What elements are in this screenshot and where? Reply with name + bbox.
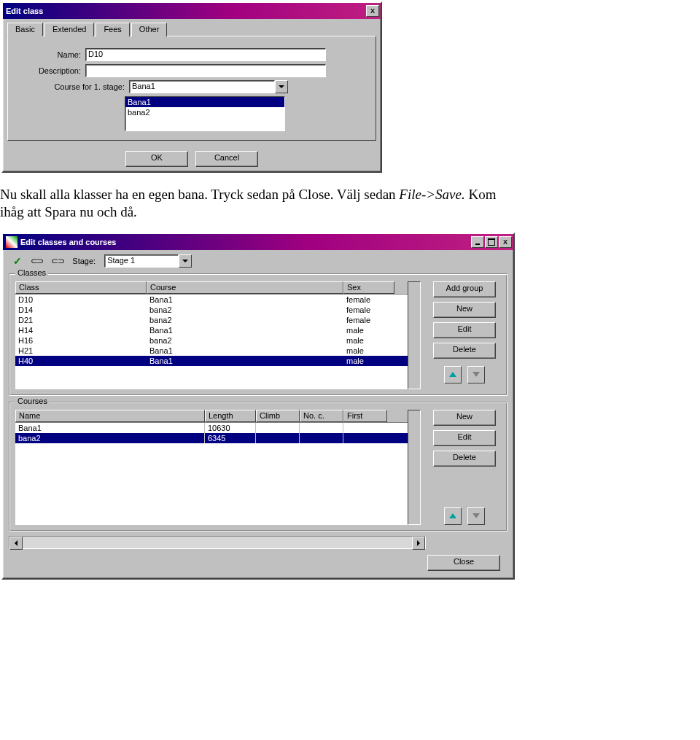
course-combo[interactable]: Bana1 xyxy=(129,80,275,93)
ok-button[interactable]: OK xyxy=(125,151,188,167)
course-listbox[interactable]: Bana1 bana2 xyxy=(125,96,285,131)
stage-combo[interactable]: Stage 1 xyxy=(104,254,179,268)
delete-course-button[interactable]: Delete xyxy=(433,451,496,467)
delete-class-button[interactable]: Delete xyxy=(433,343,496,359)
edit-classes-courses-window: Edit classes and courses X ✓ ⊂⊃ ⊂ ⊃ Stag… xyxy=(1,233,515,580)
window-title: Edit classes and courses xyxy=(20,238,116,246)
name-input[interactable]: D10 xyxy=(85,48,326,61)
app-icon xyxy=(6,236,18,248)
table-row[interactable]: D10Bana1female xyxy=(15,295,408,305)
window-title: Edit class xyxy=(6,7,43,15)
table-row[interactable]: H16bana2male xyxy=(15,335,408,346)
description-input[interactable] xyxy=(85,64,326,77)
classes-header: Class Course Sex xyxy=(15,281,408,294)
tab-extended[interactable]: Extended xyxy=(44,23,94,36)
group-legend: Classes xyxy=(15,268,48,277)
edit-course-button[interactable]: Edit xyxy=(433,430,496,446)
link-icon[interactable]: ⊂⊃ xyxy=(31,256,42,266)
col-class[interactable]: Class xyxy=(15,281,147,294)
courses-header: Name Length Climb No. c. First xyxy=(15,410,408,422)
table-row[interactable]: H14Bana1male xyxy=(15,325,408,335)
unlink-icon[interactable]: ⊂ ⊃ xyxy=(51,256,63,266)
horizontal-scrollbar[interactable] xyxy=(9,536,426,549)
add-group-button[interactable]: Add group xyxy=(433,281,496,297)
table-row[interactable]: D21bana2female xyxy=(15,315,408,325)
table-row[interactable]: H21Bana1male xyxy=(15,346,408,356)
table-row[interactable]: Bana110630 xyxy=(15,423,408,433)
chevron-down-icon[interactable] xyxy=(179,254,192,268)
stage-label: Stage: xyxy=(72,257,96,265)
toolbar: ✓ ⊂⊃ ⊂ ⊃ Stage: Stage 1 xyxy=(3,250,513,268)
tab-other[interactable]: Other xyxy=(131,23,168,36)
maximize-icon[interactable] xyxy=(485,236,498,248)
chevron-down-icon[interactable] xyxy=(275,80,288,93)
close-icon[interactable]: X xyxy=(366,5,379,17)
name-label: Name: xyxy=(15,50,85,59)
vertical-scrollbar[interactable] xyxy=(408,281,421,389)
col-first[interactable]: First xyxy=(343,410,387,422)
col-climb[interactable]: Climb xyxy=(256,410,300,422)
check-icon[interactable]: ✓ xyxy=(13,255,22,267)
close-button[interactable]: Close xyxy=(427,555,500,571)
edit-class-window: Edit class X Basic Extended Fees Other N… xyxy=(1,1,382,173)
group-legend: Courses xyxy=(15,397,50,405)
new-course-button[interactable]: New xyxy=(433,410,496,426)
col-name[interactable]: Name xyxy=(15,410,205,422)
col-course[interactable]: Course xyxy=(147,281,343,294)
edit-class-button[interactable]: Edit xyxy=(433,322,496,338)
tab-basic[interactable]: Basic xyxy=(7,23,43,36)
move-down-button[interactable] xyxy=(467,366,485,383)
tab-strip: Basic Extended Fees Other xyxy=(3,19,381,36)
course-option[interactable]: Bana1 xyxy=(125,97,284,107)
col-noc[interactable]: No. c. xyxy=(300,410,343,422)
close-icon[interactable]: X xyxy=(499,236,512,248)
courses-grid[interactable]: Bana110630bana26345 xyxy=(15,422,408,525)
body-paragraph: Nu skall alla klasser ha en egen bana. T… xyxy=(0,186,510,221)
table-row[interactable]: D14bana2female xyxy=(15,305,408,315)
col-length[interactable]: Length xyxy=(205,410,256,422)
titlebar[interactable]: Edit classes and courses X xyxy=(3,234,513,250)
description-label: Description: xyxy=(15,66,85,75)
paragraph-text: Nu skall alla klasser ha en egen bana. T… xyxy=(0,187,399,202)
cancel-button[interactable]: Cancel xyxy=(195,151,258,167)
paragraph-italic: File->Save. xyxy=(399,187,464,202)
minimize-icon[interactable] xyxy=(471,236,484,248)
vertical-scrollbar[interactable] xyxy=(408,410,421,525)
scroll-right-icon[interactable] xyxy=(412,537,425,550)
move-down-button[interactable] xyxy=(467,507,485,525)
move-up-button[interactable] xyxy=(444,366,462,383)
tab-fees[interactable]: Fees xyxy=(96,23,129,36)
classes-group: Classes Class Course Sex D10Bana1femaleD… xyxy=(9,273,508,396)
table-row[interactable]: bana26345 xyxy=(15,433,408,443)
titlebar[interactable]: Edit class X xyxy=(3,3,381,19)
new-class-button[interactable]: New xyxy=(433,302,496,318)
course-option[interactable]: bana2 xyxy=(125,107,284,117)
move-up-button[interactable] xyxy=(444,507,462,525)
courses-group: Courses Name Length Climb No. c. First B… xyxy=(9,402,508,531)
tab-panel-basic: Name: D10 Description: Course for 1. sta… xyxy=(7,36,376,141)
classes-grid[interactable]: D10Bana1femaleD14bana2femaleD21bana2fema… xyxy=(15,294,408,389)
course-label: Course for 1. stage: xyxy=(15,82,129,91)
col-sex[interactable]: Sex xyxy=(343,281,394,294)
scroll-left-icon[interactable] xyxy=(9,537,23,550)
table-row[interactable]: H40Bana1male xyxy=(15,356,408,366)
